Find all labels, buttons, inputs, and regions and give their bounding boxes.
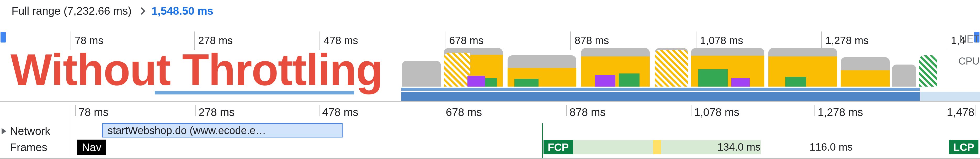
ruler-tick-label: 478 ms [322, 106, 358, 119]
cpu-chunk [655, 48, 688, 87]
net-bar [920, 92, 980, 101]
ruler-tick-label: 1,078 ms [694, 106, 740, 119]
network-row-label: Network [10, 125, 50, 137]
ruler-tick: 1,078 ms [691, 105, 692, 116]
cpu-chunk [508, 56, 576, 87]
frames-row[interactable]: Frames Nav FCP LCP 134.0 ms116.0 ms [0, 138, 980, 158]
ruler-tick-label: 1,278 ms [818, 106, 863, 119]
ruler-tick: 878 ms [566, 105, 567, 116]
full-range-label[interactable]: Full range (7,232.66 ms) [11, 5, 132, 17]
frames-row-label: Frames [10, 141, 47, 154]
fcp-marker-line [542, 123, 543, 159]
annotation-overlay: Without Throttling [11, 45, 382, 95]
cpu-chunk [768, 48, 837, 87]
ruler-tick: 278 ms [196, 105, 196, 116]
frame-duration-label: 134.0 ms [718, 141, 761, 153]
ruler-tick: 1,478 [975, 105, 976, 116]
divider [0, 101, 980, 102]
frame-segment[interactable] [653, 140, 661, 154]
ruler-tick: 478 ms [319, 105, 320, 116]
net-label: NET [959, 33, 980, 45]
selected-range-label[interactable]: 1,548.50 ms [152, 5, 213, 17]
cpu-chunk [841, 57, 890, 87]
fcp-badge[interactable]: FCP [544, 140, 573, 154]
expand-triangle-icon[interactable] [2, 128, 6, 134]
cpu-chunk [581, 48, 650, 87]
ruler-tick: 678 ms [443, 105, 443, 116]
detail-ruler[interactable]: 78 ms278 ms478 ms678 ms878 ms1,078 ms1,2… [71, 105, 980, 123]
ruler-tick: 1,278 ms [821, 32, 822, 50]
detail-panel[interactable]: 78 ms278 ms478 ms678 ms878 ms1,078 ms1,2… [0, 105, 980, 159]
ruler-tick-label: 678 ms [449, 35, 484, 46]
frame-segment[interactable] [559, 140, 653, 154]
ruler-tick-label: 878 ms [570, 106, 606, 119]
lcp-badge[interactable]: LCP [949, 140, 978, 154]
network-row[interactable]: Network startWebshop.do (www.ecode.e… [0, 123, 980, 138]
cpu-label: CPU [958, 56, 980, 67]
ruler-tick-label: 1,478 [947, 106, 975, 119]
ruler-tick-label: 1,278 ms [826, 35, 869, 46]
cpu-chunk [892, 65, 916, 87]
network-request-label: startWebshop.do (www.ecode.e… [108, 125, 266, 137]
ruler-tick: 78 ms [75, 105, 76, 116]
frame-duration-label: 116.0 ms [810, 141, 853, 153]
cpu-chunk [919, 56, 937, 87]
chevron-right-icon [138, 7, 145, 15]
ruler-tick: 1,278 ms [815, 105, 815, 116]
ruler-tick-label: 878 ms [574, 35, 609, 46]
network-request-bar[interactable]: startWebshop.do (www.ecode.e… [102, 123, 342, 137]
ruler-tick-label: 278 ms [199, 106, 235, 119]
ruler-tick-label: 78 ms [78, 106, 108, 119]
range-breadcrumb: Full range (7,232.66 ms) 1,548.50 ms [11, 5, 213, 17]
net-bar [401, 92, 920, 101]
cpu-chunk [402, 61, 441, 87]
nav-badge[interactable]: Nav [77, 140, 106, 155]
cpu-chunk [444, 48, 503, 87]
ruler-tick: 678 ms [445, 32, 445, 50]
ruler-tick: 1,078 ms [696, 32, 697, 50]
ruler-tick: 1,4 [947, 32, 947, 50]
ruler-tick-label: 1,078 ms [700, 35, 743, 46]
net-bar [401, 87, 920, 91]
cpu-chunk [691, 48, 764, 87]
ruler-tick: 878 ms [570, 32, 571, 50]
ruler-tick-label: 678 ms [446, 106, 482, 119]
